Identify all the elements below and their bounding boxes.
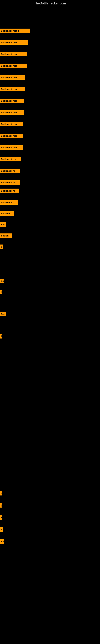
bar-row: Bottleneck resu (0, 110, 100, 115)
bar-row: Bottleneck resu (0, 98, 100, 103)
bar-label: B (0, 527, 2, 532)
bar-row: Bottleneck re (0, 180, 100, 185)
bar-label: Bo (0, 279, 3, 283)
bar-label: e (0, 491, 2, 496)
bar-label: B (0, 244, 2, 249)
bar-label: Bottleneck resul (0, 64, 23, 68)
bar-fill (2, 334, 2, 338)
bar-row: Bottleneck r (0, 200, 100, 205)
bar-fill (13, 211, 14, 216)
bar-row: Bottleneck resu (0, 122, 100, 126)
bar-row: Bottlene (0, 211, 100, 216)
bar-label: Bo (0, 539, 3, 544)
bar-fill (3, 279, 4, 283)
bar-fill (23, 64, 27, 68)
site-title: TheBottlenecker.com (0, 0, 100, 6)
bar-fill (21, 75, 25, 80)
bar-fill (19, 180, 20, 185)
bar-fill (2, 244, 3, 249)
bar-fill (19, 169, 20, 173)
bar-fill (20, 157, 21, 162)
bar-row: E (0, 515, 100, 520)
bar-label: E (0, 515, 2, 520)
bar-row: | (0, 503, 100, 508)
bar-row: Bot (0, 222, 100, 227)
bar-row: Bottleneck resul (0, 52, 100, 56)
bar-fill (2, 515, 2, 520)
bar-row: B (0, 527, 100, 532)
bar-label: | (0, 290, 2, 294)
bar-row: | (0, 290, 100, 294)
bar-label: Bottleneck resu (0, 98, 21, 103)
bar-row: B (0, 244, 100, 249)
bar-fill (23, 52, 27, 56)
bar-fill (24, 28, 30, 33)
bar-row: Bottleneck resu (0, 134, 100, 138)
bar-fill (6, 312, 6, 316)
bar-fill (2, 290, 2, 294)
bar-row: Bottleneck resul (0, 40, 100, 45)
bar-row: Bottleneck resu (0, 75, 100, 80)
bar-fill (19, 188, 19, 193)
bar-row: Bo (0, 279, 100, 283)
bar-label: Bottleneck resu (0, 75, 21, 80)
bar-label: Bottleneck resu (0, 110, 21, 115)
bar-fill (2, 503, 2, 508)
bar-fill (21, 145, 23, 150)
bar-row: e (0, 491, 100, 496)
bar-label: Bott (0, 312, 6, 316)
bar-fill (23, 40, 28, 45)
bar-label: Bottleneck resu (0, 87, 21, 91)
bar-label: Bottleneck resul (0, 52, 23, 56)
bar-fill (21, 134, 23, 138)
bar-fill (21, 98, 24, 103)
bar-label: Bottleneck resu (0, 145, 21, 150)
bar-label: Bottleneck resu (0, 134, 21, 138)
bar-fill (21, 87, 25, 91)
bar-row: Bottleneck resul (0, 64, 100, 68)
bar-row: Bo (0, 539, 100, 544)
bar-row: Bottleneck re (0, 169, 100, 173)
bar-row: Bottleneck result (0, 28, 100, 33)
bar-row: Bottleneck res (0, 157, 100, 162)
bar-fill (21, 110, 24, 115)
bar-label: E (0, 334, 2, 338)
bar-row: Bott (0, 312, 100, 316)
bar-fill (2, 491, 2, 496)
bar-label: Bottleneck res (0, 157, 20, 162)
bar-label: Bottleneck r (0, 200, 17, 205)
bar-label: Bottleneck resu (0, 122, 21, 126)
bar-fill (6, 222, 6, 227)
bar-label: Bottleneck re (0, 169, 19, 173)
bar-label: Bottleneck re (0, 188, 19, 193)
bar-label: Bottlene (0, 211, 13, 216)
bar-fill (21, 122, 23, 126)
bar-row: Bottlen (0, 234, 100, 238)
bar-fill (12, 234, 12, 238)
bar-row: Bottleneck re (0, 188, 100, 193)
bar-row: Bottleneck resu (0, 87, 100, 91)
bar-label: Bottleneck result (0, 28, 24, 33)
bar-label: Bottlen (0, 234, 12, 238)
bar-label: Bottleneck re (0, 180, 19, 185)
bar-row: E (0, 334, 100, 338)
bar-label: Bottleneck resul (0, 40, 23, 45)
bar-fill (17, 200, 18, 205)
bar-fill (3, 539, 4, 544)
bar-label: Bot (0, 222, 6, 227)
bar-row: Bottleneck resu (0, 145, 100, 150)
bar-label: | (0, 503, 2, 508)
